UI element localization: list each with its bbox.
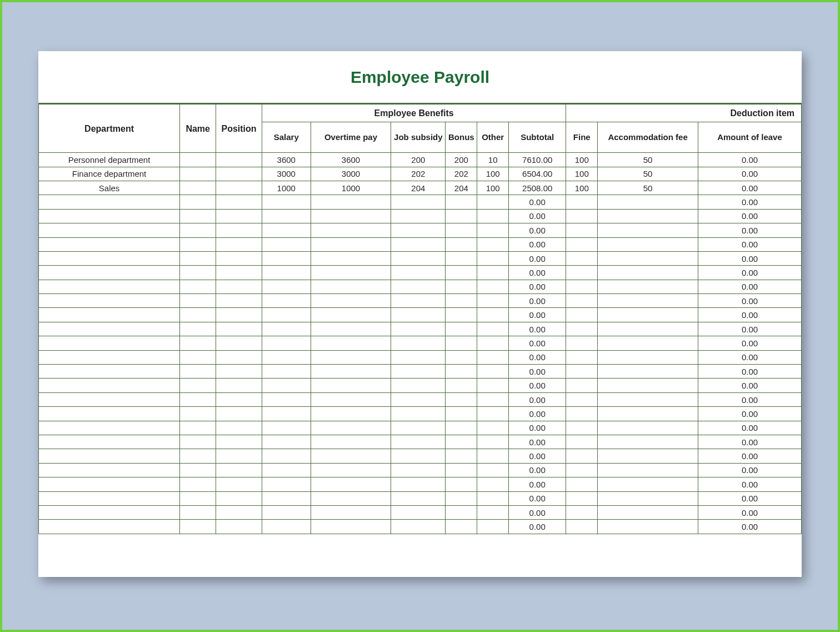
cell-leave[interactable]: 0.00 bbox=[698, 350, 801, 364]
cell-overtime[interactable] bbox=[311, 322, 391, 336]
cell-name[interactable] bbox=[180, 181, 216, 195]
cell-leave[interactable]: 0.00 bbox=[698, 195, 801, 209]
cell-salary[interactable]: 3000 bbox=[262, 167, 311, 181]
cell-department[interactable] bbox=[39, 280, 180, 293]
cell-name[interactable] bbox=[180, 237, 216, 251]
cell-other[interactable] bbox=[477, 421, 509, 435]
cell-leave[interactable]: 0.00 bbox=[698, 449, 801, 463]
cell-salary[interactable] bbox=[262, 322, 311, 336]
cell-accommodation[interactable] bbox=[598, 449, 698, 463]
cell-position[interactable] bbox=[216, 421, 262, 435]
cell-salary[interactable] bbox=[262, 477, 311, 491]
cell-fine[interactable] bbox=[566, 322, 598, 336]
cell-fine[interactable] bbox=[566, 505, 598, 519]
cell-subtotal[interactable]: 0.00 bbox=[509, 237, 566, 251]
cell-bonus[interactable] bbox=[446, 491, 477, 505]
cell-subtotal[interactable]: 0.00 bbox=[509, 322, 566, 336]
cell-position[interactable] bbox=[216, 491, 262, 505]
cell-position[interactable] bbox=[216, 223, 262, 237]
cell-department[interactable] bbox=[39, 294, 180, 308]
cell-leave[interactable]: 0.00 bbox=[698, 520, 801, 534]
cell-accommodation[interactable] bbox=[598, 251, 698, 265]
cell-department[interactable] bbox=[39, 491, 180, 505]
cell-job_subsidy[interactable] bbox=[391, 449, 446, 463]
cell-name[interactable] bbox=[180, 365, 216, 379]
cell-salary[interactable] bbox=[262, 336, 311, 350]
cell-subtotal[interactable]: 0.00 bbox=[509, 294, 566, 308]
cell-other[interactable]: 100 bbox=[477, 181, 509, 195]
cell-accommodation[interactable] bbox=[598, 365, 698, 379]
cell-salary[interactable] bbox=[262, 379, 311, 392]
cell-name[interactable] bbox=[180, 379, 216, 392]
col-other[interactable]: Other bbox=[477, 122, 509, 153]
cell-name[interactable] bbox=[180, 251, 216, 265]
cell-job_subsidy[interactable] bbox=[391, 322, 446, 336]
cell-other[interactable] bbox=[477, 491, 509, 505]
cell-overtime[interactable] bbox=[311, 449, 391, 463]
cell-job_subsidy[interactable] bbox=[391, 407, 446, 421]
cell-accommodation[interactable] bbox=[598, 421, 698, 435]
cell-overtime[interactable] bbox=[311, 491, 391, 505]
cell-accommodation[interactable] bbox=[598, 322, 698, 336]
cell-salary[interactable] bbox=[262, 308, 311, 322]
cell-subtotal[interactable]: 0.00 bbox=[509, 449, 566, 463]
cell-other[interactable] bbox=[477, 350, 509, 364]
cell-other[interactable] bbox=[477, 379, 509, 392]
cell-subtotal[interactable]: 0.00 bbox=[509, 477, 566, 491]
cell-fine[interactable] bbox=[566, 435, 598, 449]
cell-fine[interactable] bbox=[566, 308, 598, 322]
cell-salary[interactable] bbox=[262, 449, 311, 463]
cell-name[interactable] bbox=[180, 421, 216, 435]
cell-name[interactable] bbox=[180, 294, 216, 308]
cell-job_subsidy[interactable] bbox=[391, 251, 446, 265]
cell-department[interactable] bbox=[39, 266, 180, 280]
cell-bonus[interactable]: 202 bbox=[446, 167, 477, 181]
cell-overtime[interactable] bbox=[311, 308, 391, 322]
cell-salary[interactable] bbox=[262, 491, 311, 505]
col-bonus[interactable]: Bonus bbox=[446, 122, 477, 153]
cell-fine[interactable] bbox=[566, 294, 598, 308]
cell-fine[interactable] bbox=[566, 350, 598, 364]
cell-subtotal[interactable]: 0.00 bbox=[509, 251, 566, 265]
cell-other[interactable] bbox=[477, 365, 509, 379]
cell-bonus[interactable]: 200 bbox=[446, 153, 477, 167]
cell-department[interactable] bbox=[39, 520, 180, 534]
cell-other[interactable] bbox=[477, 477, 509, 491]
col-job-subsidy[interactable]: Job subsidy bbox=[391, 122, 446, 153]
cell-bonus[interactable] bbox=[446, 463, 477, 477]
cell-other[interactable] bbox=[477, 407, 509, 421]
cell-leave[interactable]: 0.00 bbox=[698, 505, 801, 519]
cell-subtotal[interactable]: 0.00 bbox=[509, 421, 566, 435]
cell-other[interactable] bbox=[477, 322, 509, 336]
cell-accommodation[interactable] bbox=[598, 350, 698, 364]
cell-accommodation[interactable] bbox=[598, 237, 698, 251]
cell-accommodation[interactable] bbox=[598, 308, 698, 322]
cell-subtotal[interactable]: 0.00 bbox=[509, 379, 566, 392]
cell-leave[interactable]: 0.00 bbox=[698, 153, 801, 167]
cell-bonus[interactable] bbox=[446, 308, 477, 322]
col-overtime[interactable]: Overtime pay bbox=[311, 122, 391, 153]
cell-other[interactable]: 10 bbox=[477, 153, 509, 167]
cell-leave[interactable]: 0.00 bbox=[698, 237, 801, 251]
cell-bonus[interactable] bbox=[446, 209, 477, 223]
cell-bonus[interactable] bbox=[446, 435, 477, 449]
cell-position[interactable] bbox=[216, 322, 262, 336]
cell-other[interactable] bbox=[477, 195, 509, 209]
cell-overtime[interactable] bbox=[311, 350, 391, 364]
cell-salary[interactable] bbox=[262, 392, 311, 406]
col-subtotal[interactable]: Subtotal bbox=[509, 122, 566, 153]
cell-position[interactable] bbox=[216, 294, 262, 308]
cell-department[interactable]: Finance department bbox=[39, 167, 180, 181]
cell-accommodation[interactable] bbox=[598, 407, 698, 421]
cell-position[interactable] bbox=[216, 407, 262, 421]
cell-accommodation[interactable] bbox=[598, 294, 698, 308]
cell-leave[interactable]: 0.00 bbox=[698, 167, 801, 181]
col-group-deduction[interactable]: Deduction item bbox=[566, 104, 802, 122]
cell-department[interactable] bbox=[39, 336, 180, 350]
cell-job_subsidy[interactable] bbox=[391, 237, 446, 251]
cell-overtime[interactable] bbox=[311, 520, 391, 534]
cell-fine[interactable] bbox=[566, 392, 598, 406]
cell-bonus[interactable] bbox=[446, 294, 477, 308]
cell-leave[interactable]: 0.00 bbox=[698, 435, 801, 449]
cell-overtime[interactable]: 3600 bbox=[311, 153, 391, 167]
